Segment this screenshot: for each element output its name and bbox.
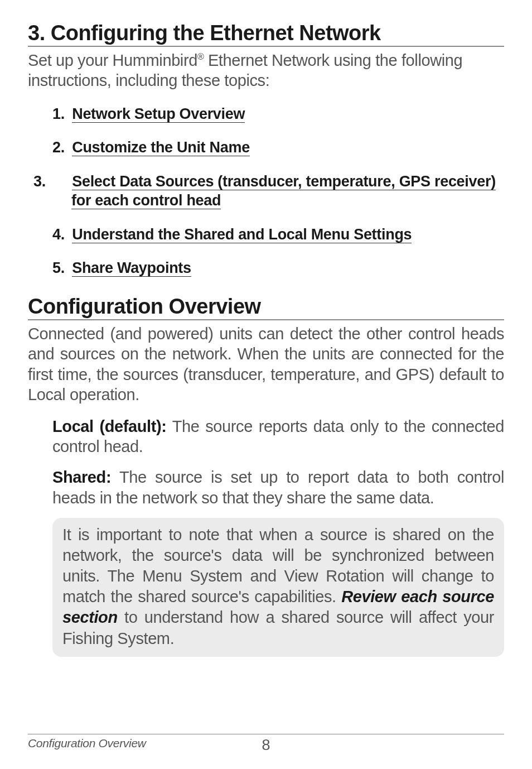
list-item: 2. Customize the Unit Name xyxy=(52,138,504,157)
list-item: 4. Understand the Shared and Local Menu … xyxy=(52,225,504,244)
footer-rule xyxy=(28,734,504,734)
list-item: 1. Network Setup Overview xyxy=(52,104,504,124)
section2-para1: Connected (and powered) units can detect… xyxy=(28,324,504,405)
def-shared-text: Shared: The source is set up to report d… xyxy=(52,467,504,508)
page-number: 8 xyxy=(262,737,270,754)
def-local-text: Local (default): The source reports data… xyxy=(52,416,504,457)
note-text: It is important to note that when a sour… xyxy=(62,525,494,649)
section-heading-2: Configuration Overview xyxy=(28,295,504,320)
list-num: 1. xyxy=(52,104,68,124)
def-shared-label: Shared: xyxy=(52,468,111,486)
list-text: Share Waypoints xyxy=(72,259,191,277)
section1-intro: Set up your Humminbird® Ethernet Network… xyxy=(28,50,504,91)
note-post: to understand how a shared source will a… xyxy=(62,608,494,647)
definition-shared: Shared: The source is set up to report d… xyxy=(28,467,504,508)
list-num: 4. xyxy=(52,225,68,244)
list-num: 3. xyxy=(52,172,68,191)
list-text: Network Setup Overview xyxy=(72,105,245,123)
note-box: It is important to note that when a sour… xyxy=(52,518,504,657)
definition-local: Local (default): The source reports data… xyxy=(28,416,504,457)
list-text: Customize the Unit Name xyxy=(72,139,250,156)
registered-mark: ® xyxy=(197,52,204,61)
intro-pre: Set up your Humminbird xyxy=(28,51,197,69)
page-footer: Configuration Overview 8 xyxy=(28,734,504,750)
def-local-label: Local (default): xyxy=(52,417,167,435)
def-shared-body: The source is set up to report data to b… xyxy=(52,468,504,507)
section-heading-1: 3. Configuring the Ethernet Network xyxy=(28,21,504,47)
list-item: 5. Share Waypoints xyxy=(52,258,504,278)
list-text-line1: Select Data Sources (transducer, tempera… xyxy=(72,173,496,190)
list-item: 3. Select Data Sources (transducer, temp… xyxy=(52,172,504,210)
list-text-line2: for each control head xyxy=(71,192,221,209)
list-num: 2. xyxy=(52,138,68,157)
list-text: Understand the Shared and Local Menu Set… xyxy=(72,226,412,243)
list-num: 5. xyxy=(52,258,68,278)
footer-section-title: Configuration Overview xyxy=(28,737,146,750)
topic-list: 1. Network Setup Overview 2. Customize t… xyxy=(28,104,504,278)
